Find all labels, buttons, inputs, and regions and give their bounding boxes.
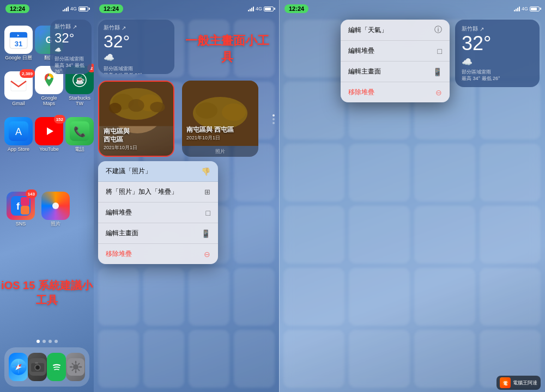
context-menu: 不建議「照片」 👎 將「照片」加入「堆疊」 ⊞ 編輯堆疊 □ 編輯主畫面 📱 移… [98, 161, 218, 264]
ctx-icon-3: 📱 [201, 229, 210, 238]
right-phone: 12:24 4G 新竹縣↗ 32° ☁️ 部分區域雷雨 最高 34° 最低 26… [279, 0, 545, 392]
svg-text:A: A [15, 126, 22, 137]
signal-bar-1 [63, 10, 64, 11]
right-ctx-label-0: 編輯「天氣」 [348, 26, 387, 35]
mid-status-icons: 4G [248, 6, 274, 11]
right-ctx-item-3[interactable]: 移除堆疊 ⊖ [341, 82, 450, 102]
app-photos[interactable]: 照片 [41, 192, 70, 227]
dock-camera[interactable] [28, 353, 47, 381]
weather-city-left: 新竹縣 ↗ [55, 23, 87, 30]
svg-point-48 [222, 103, 246, 121]
watermark: 電 電腦王阿達 [496, 376, 541, 390]
network-type: 4G [70, 6, 77, 11]
ctx-item-2[interactable]: 編輯堆疊 □ [98, 203, 218, 223]
photo-type-label: 照片 [99, 156, 173, 157]
weather-desc-left: 部分區域雷雨 最高 34° 最低 26° [55, 56, 87, 74]
ctx-label-3: 編輯主畫面 [106, 229, 138, 238]
appstore-label: App Store [8, 147, 29, 152]
right-ctx-icon-0: ⓘ [434, 25, 442, 35]
photo-widget-right-mid: 南屯區與 西屯區 2021年10月1日 照片 [182, 81, 258, 157]
googlemaps-label: Google Maps [35, 96, 63, 107]
right-ctx-icon-3: ⊖ [435, 88, 442, 97]
right-ctx-item-1[interactable]: 編輯堆疊 □ [341, 41, 450, 62]
mid-time: 12:24 [99, 4, 123, 13]
page-dots [0, 340, 94, 343]
google-cal-icon: 31▸ [4, 26, 33, 54]
signal-bar-3 [66, 8, 67, 11]
app-youtube[interactable]: 152 YouTube [35, 109, 63, 152]
ctx-label-4: 移除堆疊 [106, 249, 132, 259]
right-status-bar: 12:24 4G [279, 0, 545, 15]
ctx-item-4[interactable]: 移除堆疊 ⊖ [98, 244, 218, 264]
ctx-item-3[interactable]: 編輯主畫面 📱 [98, 223, 218, 244]
divider-right [279, 0, 280, 392]
right-ctx-item-2[interactable]: 編輯主畫面 📱 [341, 62, 450, 82]
weather-widget-left: 新竹縣 ↗ 32° ☁️ 部分區域雷雨 最高 34° 最低 26° [50, 20, 92, 74]
weather-desc-mid: 部分區域雷雨 最高 34° 最低 26° [104, 66, 169, 74]
weather-city-mid: 新竹縣↗ [104, 24, 169, 32]
sns-badge: 143 [26, 189, 37, 198]
photos-label: 照片 [51, 222, 60, 227]
right-menu: 編輯「天氣」 ⓘ 編輯堆疊 □ 編輯主畫面 📱 移除堆疊 ⊖ [341, 20, 450, 102]
weather-icon-mid: ☁️ [104, 52, 169, 63]
general-title: 一般主畫面小工具 [181, 33, 274, 65]
mid-signal [248, 7, 254, 11]
weather-temp-right: 32° [462, 34, 533, 53]
gmail-label: Gmail [12, 101, 25, 107]
ios15-label: iOS 15 系統建議小工具 [0, 278, 94, 308]
left-status-bar: 12:24 4G [0, 0, 94, 15]
mid-phone: 12:24 4G 新竹縣↗ 32° ☁️ 部分區域雷雨 最高 34° 最低 26… [94, 0, 279, 392]
photos-icon [41, 192, 70, 220]
ctx-item-1[interactable]: 將「照片」加入「堆疊」 ⊞ [98, 182, 218, 203]
photo-right-image: 南屯區與 西屯區 2021年10月1日 [182, 81, 258, 146]
dot-4 [55, 340, 58, 343]
appstore-icon: A [4, 117, 33, 145]
dock-safari[interactable] [9, 353, 28, 381]
sns-label: SNS [16, 222, 26, 227]
svg-text:📞: 📞 [74, 126, 86, 138]
right-ctx-label-2: 編輯主畫面 [348, 67, 381, 76]
right-ctx-icon-2: 📱 [433, 68, 442, 76]
dot-2 [43, 340, 46, 343]
weather-temp-mid: 32° [104, 33, 169, 50]
svg-text:▸: ▸ [17, 33, 20, 37]
dock-settings[interactable] [66, 353, 85, 381]
signal-bar-4 [68, 7, 69, 11]
photo-widget-image: 南屯區與 西屯區 2021年10月1日 [99, 82, 173, 156]
app-google-cal[interactable]: 31▸ Google 日曆 [4, 17, 33, 61]
svg-rect-33 [35, 362, 38, 364]
ctx-icon-4: ⊖ [204, 250, 210, 259]
ctx-label-1: 將「照片」加入「堆疊」 [106, 187, 178, 197]
watermark-logo: 電 [500, 377, 511, 388]
mid-battery [264, 7, 274, 11]
right-ctx-icon-1: □ [438, 47, 442, 56]
youtube-label: YouTube [39, 147, 58, 152]
app-gmail[interactable]: 2,389 Gmail [4, 63, 33, 107]
google-cal-label: Google 日曆 [5, 56, 32, 61]
svg-point-37 [73, 364, 78, 370]
photo-widget-mid[interactable]: 南屯區與 西屯區 2021年10月1日 照片 [98, 81, 174, 157]
svg-point-23 [52, 203, 59, 209]
app-sns[interactable]: f 143 SNS [7, 192, 35, 227]
weather-cloud-left: ☁️ [55, 47, 87, 53]
dock-spotify[interactable] [47, 353, 66, 381]
right-signal [514, 7, 520, 11]
photo-right-label: 南屯區與 西屯區 2021年10月1日 [186, 126, 254, 142]
ctx-item-0[interactable]: 不建議「照片」 👎 [98, 161, 218, 182]
phone-icon: 📞 [65, 117, 94, 145]
weather-widget-mid: 新竹縣↗ 32° ☁️ 部分區域雷雨 最高 34° 最低 26° [98, 20, 174, 74]
right-ctx-item-0[interactable]: 編輯「天氣」 ⓘ [341, 20, 450, 41]
dot-1 [37, 340, 40, 343]
svg-rect-21 [21, 197, 29, 206]
svg-point-42 [128, 99, 144, 112]
app-phone[interactable]: 📞 電話 [65, 109, 94, 152]
battery-icon [78, 7, 88, 11]
right-time: 12:24 [284, 4, 308, 13]
ctx-label-2: 編輯堆疊 [106, 208, 132, 217]
signal-bars [63, 7, 69, 11]
app-appstore[interactable]: A App Store [4, 109, 33, 152]
ctx-icon-0: 👎 [201, 167, 210, 176]
svg-rect-22 [21, 206, 29, 215]
phone-label: 電話 [75, 147, 84, 152]
youtube-icon: 152 [35, 117, 63, 145]
